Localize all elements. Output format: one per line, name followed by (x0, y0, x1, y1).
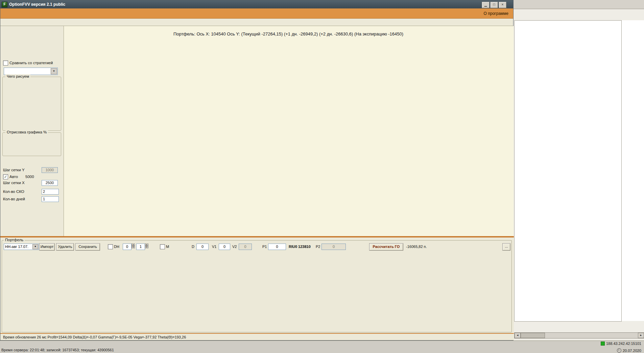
minimize-button[interactable]: ▁ (482, 2, 490, 8)
dh-spin1[interactable]: 0 (123, 244, 132, 250)
instrument-label: RIU0 123810 (289, 245, 311, 249)
portfolio-groupbox (2, 240, 512, 332)
connection-status: 188.43.242.42:15101 (601, 342, 641, 346)
grid-auto-row: ✓ Авто 5000 (3, 174, 61, 180)
draw-group: Чего рисуем (2, 77, 61, 131)
range-group: Отрисовка графика % (2, 132, 61, 156)
v1-label: V1 (212, 245, 216, 249)
compare-label: Сравнить со стратегией (9, 61, 53, 65)
current-date: 20.07.2020 (623, 349, 641, 353)
sko-row: Кол-во СКО 2 (3, 188, 61, 195)
optionfvv-window: F OptionFVV версия 2.1 public ▁ □ × О пр… (0, 0, 514, 341)
sko-label: Кол-во СКО (3, 190, 24, 194)
auto-checkbox[interactable]: ✓ (3, 174, 8, 179)
menu-bar: О программе (0, 8, 513, 19)
calc-go-button[interactable]: Рассчитать ГО (369, 243, 403, 251)
grid-y-label: Шаг сетки Y (3, 168, 25, 172)
background-toolbar (512, 0, 644, 9)
grid-y-field: 1000 (42, 167, 58, 173)
p2-label: P2 (316, 245, 320, 249)
v2-label: V2 (232, 245, 237, 249)
draw-group-title: Чего рисуем (5, 74, 30, 78)
range-group-title: Отрисовка графика % (5, 130, 48, 134)
days-row: Кол-во дней 1 (3, 196, 61, 202)
screen: ◄ ► Время сервера: 22:01:48; записей: 16… (0, 0, 644, 353)
title-bar[interactable]: F OptionFVV версия 2.1 public ▁ □ × (0, 0, 513, 8)
payoff-chart-panel (64, 26, 514, 236)
delete-button[interactable]: Удалить (56, 243, 74, 251)
import-button[interactable]: Импорт (39, 243, 55, 251)
strategy-combo-value (4, 69, 5, 73)
strategy-combo[interactable]: ▼ (4, 68, 58, 75)
portfolio-combo[interactable]: НН-авг 17.07. ▼ (4, 244, 39, 250)
d-label: D (192, 245, 194, 249)
sidebar: Сравнить со стратегией ▼ Чего рисуем Отр… (0, 26, 64, 236)
save-button[interactable]: Сохранить (75, 243, 100, 251)
m-checkbox[interactable] (160, 244, 165, 249)
taskbar: Время сервера: 22:01:48; записей: 167374… (0, 341, 644, 353)
m-label: М (166, 245, 169, 249)
dh-spin2-arrows[interactable]: ▲▼ (145, 244, 148, 248)
auto-label: Авто (9, 175, 18, 179)
close-button[interactable]: × (499, 2, 506, 8)
dh-spin1-arrows[interactable]: ▲▼ (132, 244, 135, 248)
d-field[interactable]: 0 (196, 244, 209, 250)
scroll-thumb[interactable] (521, 333, 545, 338)
v1-field[interactable]: 0 (219, 244, 230, 250)
p1-label: P1 (262, 245, 267, 249)
status-text: Время обновления 26 мс Profit=1544,09 De… (3, 335, 186, 339)
go-value: -16065,82 п. (406, 245, 427, 249)
p1-field[interactable]: 0 (268, 244, 286, 250)
status-bar: Время обновления 26 мс Profit=1544,09 De… (0, 333, 514, 340)
payoff-chart[interactable] (64, 26, 514, 236)
server-status: Время сервера: 22:01:48; записей: 167374… (1, 348, 114, 352)
maximize-button[interactable]: □ (490, 2, 498, 8)
candle-chart-scrollbar[interactable]: ◄ ► (514, 332, 644, 338)
clock-icon (617, 348, 621, 353)
v2-field: 0 (239, 244, 252, 250)
days-field[interactable]: 1 (42, 196, 59, 202)
chart-title: Портфель: Ось X: 104540 Ось Y: (Текущий … (64, 31, 513, 36)
dh-label: DH (114, 245, 119, 249)
chevron-down-icon[interactable]: ▼ (51, 68, 57, 74)
candlestick-chart (514, 20, 622, 322)
connection-icon (601, 342, 605, 346)
grid-x-row: Шаг сетки X 2500 (3, 180, 61, 186)
dh-checkbox[interactable] (108, 244, 113, 249)
app-icon: F (2, 2, 7, 7)
tab-strip (0, 18, 513, 26)
scroll-right-icon[interactable]: ► (638, 333, 644, 338)
menu-item-about[interactable]: О программе (484, 11, 508, 16)
grid-y-row: Шаг сетки Y 1000 (3, 167, 61, 173)
grid-x-label: Шаг сетки X (3, 181, 25, 185)
date-status: 20.07.2020 (617, 348, 641, 353)
grid-x-field[interactable]: 2500 (42, 180, 58, 186)
portfolio-panel: Портфель НН-авг 17.07. ▼ Импорт Удалить … (0, 237, 514, 333)
dh-spin2[interactable]: 1 (136, 244, 145, 250)
sko-field[interactable]: 2 (42, 189, 59, 195)
auto-value: 5000 (25, 175, 34, 179)
more-button[interactable]: ... (502, 243, 510, 251)
p2-field: 0 (321, 244, 346, 250)
connection-address: 188.43.242.42:15101 (606, 342, 641, 346)
candlestick-svg (515, 21, 621, 321)
chevron-down-icon[interactable]: ▼ (32, 244, 38, 249)
scroll-left-icon[interactable]: ◄ (515, 333, 521, 338)
portfolio-label: Портфель (4, 238, 25, 242)
window-title: OptionFVV версия 2.1 public (9, 2, 65, 7)
price-scale[interactable] (621, 20, 644, 321)
days-label: Кол-во дней (3, 197, 25, 201)
compare-checkbox[interactable] (3, 60, 8, 66)
